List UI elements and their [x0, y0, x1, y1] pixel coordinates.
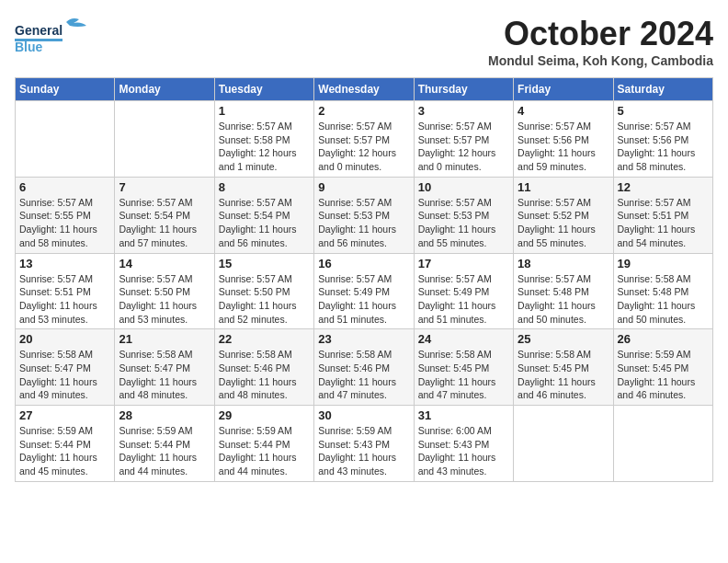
day-number: 30 — [318, 408, 409, 422]
day-number: 14 — [119, 257, 210, 270]
day-number: 28 — [119, 408, 210, 422]
day-number: 24 — [418, 332, 509, 346]
day-info: Sunrise: 5:58 AMSunset: 5:46 PMDaylight:… — [318, 348, 409, 402]
day-number: 31 — [418, 408, 509, 422]
calendar-cell: 16Sunrise: 5:57 AMSunset: 5:49 PMDayligh… — [314, 253, 414, 329]
calendar-day-header: Friday — [514, 78, 613, 101]
day-info: Sunrise: 5:57 AMSunset: 5:53 PMDaylight:… — [418, 196, 509, 250]
calendar-week-row: 1Sunrise: 5:57 AMSunset: 5:58 PMDaylight… — [16, 101, 713, 178]
day-info: Sunrise: 5:57 AMSunset: 5:49 PMDaylight:… — [418, 272, 509, 327]
location: Mondul Seima, Koh Kong, Cambodia — [488, 53, 713, 68]
day-number: 3 — [418, 104, 509, 118]
day-info: Sunrise: 5:57 AMSunset: 5:54 PMDaylight:… — [219, 196, 310, 250]
calendar-cell: 2Sunrise: 5:57 AMSunset: 5:57 PMDaylight… — [314, 101, 414, 178]
day-number: 26 — [618, 332, 709, 346]
svg-text:Blue: Blue — [15, 40, 43, 54]
calendar-cell: 12Sunrise: 5:57 AMSunset: 5:51 PMDayligh… — [613, 177, 712, 253]
calendar-cell: 13Sunrise: 5:57 AMSunset: 5:51 PMDayligh… — [16, 253, 115, 329]
calendar-cell: 1Sunrise: 5:57 AMSunset: 5:58 PMDaylight… — [214, 101, 313, 178]
calendar-cell: 14Sunrise: 5:57 AMSunset: 5:50 PMDayligh… — [115, 253, 214, 329]
month-title: October 2024 — [488, 15, 713, 53]
day-number: 7 — [119, 180, 210, 194]
calendar-cell: 26Sunrise: 5:59 AMSunset: 5:45 PMDayligh… — [613, 329, 712, 406]
day-info: Sunrise: 5:59 AMSunset: 5:44 PMDaylight:… — [219, 424, 310, 478]
day-number: 11 — [518, 180, 609, 194]
day-number: 29 — [219, 408, 310, 422]
calendar-cell: 20Sunrise: 5:58 AMSunset: 5:47 PMDayligh… — [16, 329, 115, 406]
day-number: 22 — [219, 332, 310, 346]
svg-text:General: General — [15, 23, 63, 38]
calendar-day-header: Thursday — [414, 78, 513, 101]
day-info: Sunrise: 5:57 AMSunset: 5:50 PMDaylight:… — [219, 272, 310, 327]
calendar-day-header: Wednesday — [314, 78, 414, 101]
calendar-cell — [16, 101, 115, 178]
day-info: Sunrise: 5:57 AMSunset: 5:57 PMDaylight:… — [318, 120, 409, 174]
calendar-cell: 19Sunrise: 5:58 AMSunset: 5:48 PMDayligh… — [613, 253, 712, 329]
day-info: Sunrise: 5:58 AMSunset: 5:45 PMDaylight:… — [418, 348, 509, 402]
calendar-cell: 3Sunrise: 5:57 AMSunset: 5:57 PMDaylight… — [414, 101, 513, 178]
calendar-week-row: 13Sunrise: 5:57 AMSunset: 5:51 PMDayligh… — [16, 253, 713, 329]
calendar-day-header: Monday — [115, 78, 214, 101]
calendar-cell: 15Sunrise: 5:57 AMSunset: 5:50 PMDayligh… — [214, 253, 313, 329]
calendar-cell: 17Sunrise: 5:57 AMSunset: 5:49 PMDayligh… — [414, 253, 513, 329]
day-info: Sunrise: 5:57 AMSunset: 5:51 PMDaylight:… — [19, 272, 110, 327]
day-number: 8 — [219, 180, 310, 194]
calendar-cell: 30Sunrise: 5:59 AMSunset: 5:43 PMDayligh… — [314, 406, 414, 482]
day-number: 23 — [318, 332, 409, 346]
calendar-cell: 6Sunrise: 5:57 AMSunset: 5:55 PMDaylight… — [16, 177, 115, 253]
day-info: Sunrise: 5:57 AMSunset: 5:51 PMDaylight:… — [618, 196, 709, 250]
day-info: Sunrise: 5:59 AMSunset: 5:44 PMDaylight:… — [119, 424, 210, 478]
day-info: Sunrise: 5:58 AMSunset: 5:47 PMDaylight:… — [119, 348, 210, 402]
calendar-body: 1Sunrise: 5:57 AMSunset: 5:58 PMDaylight… — [16, 101, 713, 482]
day-number: 9 — [318, 180, 409, 194]
day-number: 12 — [618, 180, 709, 194]
day-number: 2 — [318, 104, 409, 118]
day-number: 6 — [19, 180, 110, 194]
calendar-day-header: Tuesday — [214, 78, 313, 101]
day-info: Sunrise: 5:59 AMSunset: 5:44 PMDaylight:… — [19, 424, 110, 478]
day-number: 15 — [219, 257, 310, 270]
calendar-cell: 27Sunrise: 5:59 AMSunset: 5:44 PMDayligh… — [16, 406, 115, 482]
calendar-cell: 8Sunrise: 5:57 AMSunset: 5:54 PMDaylight… — [214, 177, 313, 253]
calendar-week-row: 27Sunrise: 5:59 AMSunset: 5:44 PMDayligh… — [16, 406, 713, 482]
calendar-cell: 18Sunrise: 5:57 AMSunset: 5:48 PMDayligh… — [514, 253, 613, 329]
calendar-cell: 25Sunrise: 5:58 AMSunset: 5:45 PMDayligh… — [514, 329, 613, 406]
calendar-cell: 22Sunrise: 5:58 AMSunset: 5:46 PMDayligh… — [214, 329, 313, 406]
day-info: Sunrise: 5:57 AMSunset: 5:48 PMDaylight:… — [518, 272, 609, 327]
day-number: 16 — [318, 257, 409, 270]
day-number: 18 — [518, 257, 609, 270]
day-info: Sunrise: 5:59 AMSunset: 5:45 PMDaylight:… — [618, 348, 709, 402]
calendar-week-row: 6Sunrise: 5:57 AMSunset: 5:55 PMDaylight… — [16, 177, 713, 253]
calendar-cell: 29Sunrise: 5:59 AMSunset: 5:44 PMDayligh… — [214, 406, 313, 482]
day-number: 27 — [19, 408, 110, 422]
day-info: Sunrise: 5:57 AMSunset: 5:50 PMDaylight:… — [119, 272, 210, 327]
day-info: Sunrise: 5:57 AMSunset: 5:54 PMDaylight:… — [119, 196, 210, 250]
calendar-cell — [613, 406, 712, 482]
day-number: 20 — [19, 332, 110, 346]
calendar-cell: 5Sunrise: 5:57 AMSunset: 5:56 PMDaylight… — [613, 101, 712, 178]
calendar-day-header: Sunday — [16, 78, 115, 101]
page-header: General Blue October 2024 Mondul Seima, … — [15, 15, 713, 68]
day-info: Sunrise: 5:58 AMSunset: 5:45 PMDaylight:… — [518, 348, 609, 402]
day-info: Sunrise: 6:00 AMSunset: 5:43 PMDaylight:… — [418, 424, 509, 478]
calendar-cell: 4Sunrise: 5:57 AMSunset: 5:56 PMDaylight… — [514, 101, 613, 178]
day-number: 1 — [219, 104, 310, 118]
calendar-cell: 10Sunrise: 5:57 AMSunset: 5:53 PMDayligh… — [414, 177, 513, 253]
day-info: Sunrise: 5:59 AMSunset: 5:43 PMDaylight:… — [318, 424, 409, 478]
calendar-cell: 31Sunrise: 6:00 AMSunset: 5:43 PMDayligh… — [414, 406, 513, 482]
day-info: Sunrise: 5:58 AMSunset: 5:47 PMDaylight:… — [19, 348, 110, 402]
day-number: 21 — [119, 332, 210, 346]
day-number: 25 — [518, 332, 609, 346]
calendar-day-header: Saturday — [613, 78, 712, 101]
day-info: Sunrise: 5:57 AMSunset: 5:53 PMDaylight:… — [318, 196, 409, 250]
calendar-cell: 7Sunrise: 5:57 AMSunset: 5:54 PMDaylight… — [115, 177, 214, 253]
calendar-cell: 28Sunrise: 5:59 AMSunset: 5:44 PMDayligh… — [115, 406, 214, 482]
day-number: 10 — [418, 180, 509, 194]
title-block: October 2024 Mondul Seima, Koh Kong, Cam… — [488, 15, 713, 68]
calendar-cell: 11Sunrise: 5:57 AMSunset: 5:52 PMDayligh… — [514, 177, 613, 253]
calendar-cell: 21Sunrise: 5:58 AMSunset: 5:47 PMDayligh… — [115, 329, 214, 406]
calendar-table: SundayMondayTuesdayWednesdayThursdayFrid… — [15, 77, 713, 482]
day-info: Sunrise: 5:57 AMSunset: 5:57 PMDaylight:… — [418, 120, 509, 174]
day-info: Sunrise: 5:57 AMSunset: 5:56 PMDaylight:… — [618, 120, 709, 174]
day-number: 13 — [19, 257, 110, 270]
